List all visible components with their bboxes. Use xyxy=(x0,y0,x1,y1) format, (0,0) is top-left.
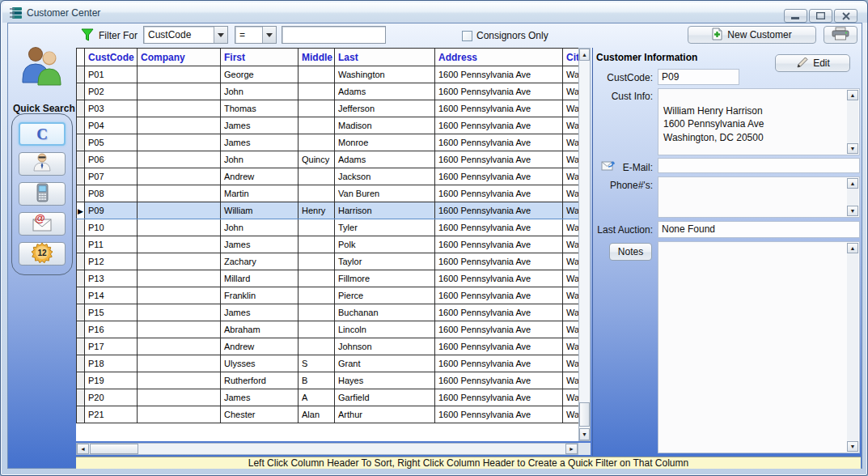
table-row[interactable]: P14FranklinPierce1600 Pennsylvania AveWa… xyxy=(77,287,579,304)
row-selector[interactable] xyxy=(77,270,85,287)
quick-search-auction-day-button[interactable]: 12 xyxy=(19,242,66,266)
cell-last[interactable]: Adams xyxy=(335,151,435,168)
row-selector[interactable] xyxy=(77,83,85,100)
header-last[interactable]: Last xyxy=(335,49,435,66)
cell-first[interactable]: James xyxy=(221,236,299,253)
cell-company[interactable] xyxy=(138,287,221,304)
header-first[interactable]: First xyxy=(221,49,299,66)
cell-first[interactable]: Martin xyxy=(221,185,299,202)
cell-code[interactable]: P04 xyxy=(85,117,138,134)
phones-scrollbar[interactable]: ▲ ▼ xyxy=(847,178,858,216)
cell-middle[interactable]: S xyxy=(299,355,335,372)
cell-city[interactable]: Washington xyxy=(563,304,579,321)
table-row[interactable]: P21ChesterAlanArthur1600 Pennsylvania Av… xyxy=(77,406,579,423)
cell-first[interactable]: James xyxy=(221,117,299,134)
row-selector[interactable] xyxy=(77,151,85,168)
cell-address[interactable]: 1600 Pennsylvania Ave xyxy=(435,134,563,151)
cell-last[interactable]: Washington xyxy=(335,66,435,83)
cell-middle[interactable]: A xyxy=(299,389,335,406)
header-custcode[interactable]: CustCode xyxy=(85,49,138,66)
cell-city[interactable]: Washington xyxy=(563,66,579,83)
row-selector[interactable] xyxy=(77,321,85,338)
row-selector[interactable] xyxy=(77,236,85,253)
cell-company[interactable] xyxy=(138,168,221,185)
cell-last[interactable]: Tyler xyxy=(335,219,435,236)
cell-code[interactable]: P16 xyxy=(85,321,138,338)
cell-address[interactable]: 1600 Pennsylvania Ave xyxy=(435,219,563,236)
cell-city[interactable]: Washington xyxy=(563,287,579,304)
cell-company[interactable] xyxy=(138,66,221,83)
row-selector[interactable] xyxy=(77,117,85,134)
table-row[interactable]: P01GeorgeWashington1600 Pennsylvania Ave… xyxy=(77,66,579,83)
custinfo-textarea[interactable]: William Henry Harrison 1600 Pennsylvania… xyxy=(658,88,860,155)
cell-city[interactable]: Washington xyxy=(563,185,579,202)
cell-city[interactable]: Washington xyxy=(563,83,579,100)
cell-company[interactable] xyxy=(138,117,221,134)
cell-address[interactable]: 1600 Pennsylvania Ave xyxy=(435,185,563,202)
table-row[interactable]: P15JamesBuchanan1600 Pennsylvania AveWas… xyxy=(77,304,579,321)
cell-code[interactable]: P06 xyxy=(85,151,138,168)
cell-company[interactable] xyxy=(138,389,221,406)
cell-middle[interactable] xyxy=(299,338,335,355)
cell-last[interactable]: Buchanan xyxy=(335,304,435,321)
table-row[interactable]: P05JamesMonroe1600 Pennsylvania AveWashi… xyxy=(77,134,579,151)
table-row[interactable]: P13MillardFillmore1600 Pennsylvania AveW… xyxy=(77,270,579,287)
maximize-button[interactable] xyxy=(809,9,832,23)
cell-company[interactable] xyxy=(138,236,221,253)
cell-first[interactable]: Franklin xyxy=(221,287,299,304)
cell-middle[interactable] xyxy=(299,134,335,151)
row-selector[interactable] xyxy=(77,372,85,389)
cell-last[interactable]: Adams xyxy=(335,83,435,100)
cell-first[interactable]: Rutherford xyxy=(221,372,299,389)
cell-address[interactable]: 1600 Pennsylvania Ave xyxy=(435,389,563,406)
cell-city[interactable]: Washington xyxy=(563,270,579,287)
cell-first[interactable]: Millard xyxy=(221,270,299,287)
cell-first[interactable]: Andrew xyxy=(221,168,299,185)
cell-first[interactable]: James xyxy=(221,389,299,406)
scroll-down-icon[interactable]: ▼ xyxy=(847,441,858,452)
table-row[interactable]: P07AndrewJackson1600 Pennsylvania AveWas… xyxy=(77,168,579,185)
cell-middle[interactable] xyxy=(299,270,335,287)
horizontal-scroll-thumb[interactable] xyxy=(90,444,138,454)
row-selector[interactable] xyxy=(77,66,85,83)
row-selector[interactable] xyxy=(77,168,85,185)
table-row[interactable]: P06JohnQuincyAdams1600 Pennsylvania AveW… xyxy=(77,151,579,168)
cell-code[interactable]: P18 xyxy=(85,355,138,372)
cell-middle[interactable] xyxy=(299,321,335,338)
scroll-up-icon[interactable]: ▲ xyxy=(579,49,590,61)
scroll-up-icon[interactable]: ▲ xyxy=(847,90,858,100)
table-row[interactable]: P19RutherfordBHayes1600 Pennsylvania Ave… xyxy=(77,372,579,389)
table-row[interactable]: P03ThomasJefferson1600 Pennsylvania AveW… xyxy=(77,100,579,117)
cell-middle[interactable]: B xyxy=(299,372,335,389)
cell-city[interactable]: Washington xyxy=(563,236,579,253)
scroll-up-icon[interactable]: ▲ xyxy=(847,243,858,253)
cell-code[interactable]: P12 xyxy=(85,253,138,270)
cell-address[interactable]: 1600 Pennsylvania Ave xyxy=(435,270,563,287)
row-selector[interactable] xyxy=(77,287,85,304)
cell-last[interactable]: Harrison xyxy=(335,202,435,219)
row-selector[interactable]: ▶ xyxy=(77,202,85,219)
cell-city[interactable]: Washington xyxy=(563,338,579,355)
filter-operator-select[interactable]: = xyxy=(235,26,277,44)
header-company[interactable]: Company xyxy=(138,49,221,66)
phones-textarea[interactable]: ▲ ▼ xyxy=(658,176,860,218)
cell-last[interactable]: Grant xyxy=(335,355,435,372)
cell-company[interactable] xyxy=(138,270,221,287)
row-selector[interactable] xyxy=(77,185,85,202)
cell-first[interactable]: James xyxy=(221,304,299,321)
quick-search-phone-button[interactable] xyxy=(19,182,66,206)
cell-middle[interactable]: Henry xyxy=(299,202,335,219)
cell-company[interactable] xyxy=(138,338,221,355)
cell-code[interactable]: P19 xyxy=(85,372,138,389)
cell-last[interactable]: Garfield xyxy=(335,389,435,406)
cell-code[interactable]: P20 xyxy=(85,389,138,406)
row-selector[interactable] xyxy=(77,219,85,236)
table-row[interactable]: ▶P09WilliamHenryHarrison1600 Pennsylvani… xyxy=(77,202,579,219)
cell-middle[interactable] xyxy=(299,66,335,83)
cell-code[interactable]: P01 xyxy=(85,66,138,83)
cell-middle[interactable]: Alan xyxy=(299,406,335,423)
scroll-right-icon[interactable]: ► xyxy=(565,444,578,454)
cell-company[interactable] xyxy=(138,185,221,202)
cell-address[interactable]: 1600 Pennsylvania Ave xyxy=(435,202,563,219)
cell-code[interactable]: P08 xyxy=(85,185,138,202)
